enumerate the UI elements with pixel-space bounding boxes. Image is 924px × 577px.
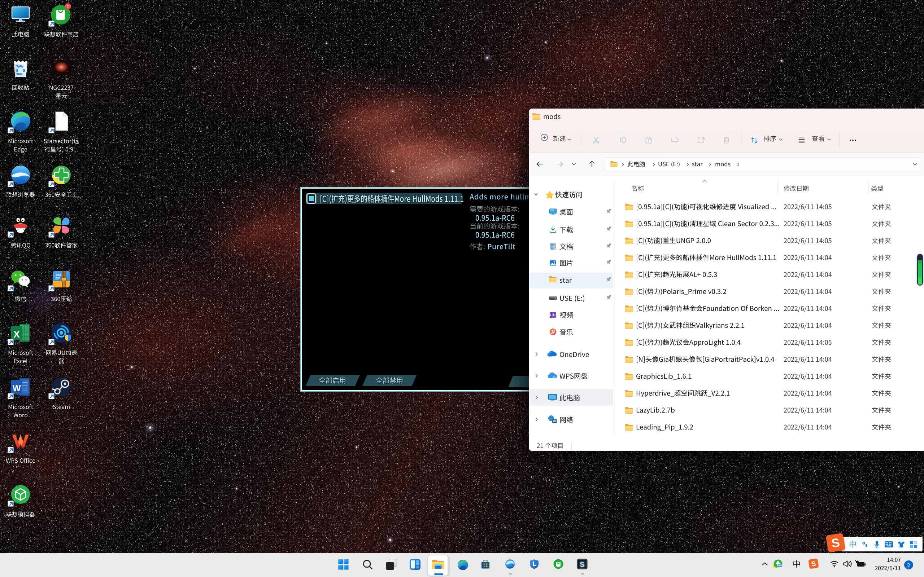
svg-text:S: S [830,535,841,550]
svg-text:360: 360 [56,273,61,277]
svg-text:1: 1 [66,4,69,10]
svg-text:X: X [13,329,20,340]
svg-text:ZIP: ZIP [55,277,60,280]
svg-text:S: S [811,560,816,568]
svg-text:W: W [13,384,21,393]
svg-text:S: S [580,561,584,568]
